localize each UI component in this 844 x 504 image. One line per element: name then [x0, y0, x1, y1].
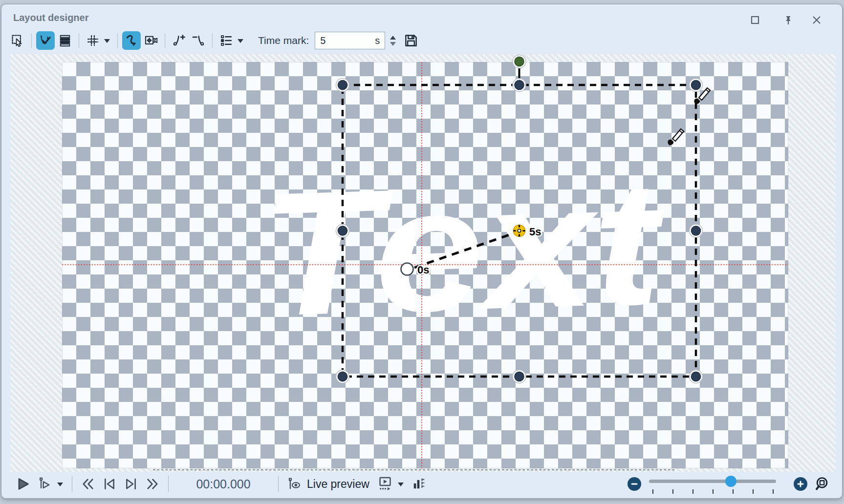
main-toolbar: Time mark: s — [8, 30, 420, 51]
stack-order-icon — [58, 34, 72, 47]
selection-handle-middle-left[interactable] — [336, 224, 349, 237]
keyframe-end-marker[interactable] — [514, 225, 525, 237]
selection-overlay: 0s 5s — [10, 54, 836, 472]
toolbar-separator — [117, 33, 118, 48]
motion-path[interactable] — [414, 232, 516, 268]
motion-curve-toggle-button[interactable] — [36, 31, 55, 50]
preview-options-dropdown-arrow[interactable] — [398, 483, 404, 489]
zoom-fit-icon — [815, 476, 831, 492]
close-button[interactable] — [810, 13, 823, 27]
camera-pan-icon — [144, 34, 158, 47]
keyframe-end-label: 5s — [529, 226, 541, 238]
zoom-in-icon — [797, 480, 804, 488]
layout-designer-window: Layout designer — [1, 4, 843, 499]
transport-bar: 00:00.000 Live preview — [10, 473, 836, 495]
selection-handle-top-middle[interactable] — [513, 79, 526, 92]
window-title: Layout designer — [13, 12, 88, 23]
time-mark-unit: s — [375, 35, 380, 46]
s-curve-path-button[interactable] — [122, 31, 141, 50]
stats-bars-icon — [411, 477, 426, 491]
select-tool-button[interactable] — [8, 31, 27, 50]
zoom-out-icon — [630, 480, 638, 488]
play-from-marker-button[interactable] — [35, 474, 54, 494]
pin-icon — [782, 14, 794, 26]
remove-curve-point-icon — [192, 34, 205, 47]
keyframe-start-marker[interactable] — [401, 263, 413, 275]
stack-order-button[interactable] — [56, 31, 74, 50]
time-mark-label: Time mark: — [258, 35, 309, 46]
zoom-slider-thumb[interactable] — [725, 476, 736, 487]
transport-separator — [278, 476, 279, 492]
paintbrush-cursor-icon — [668, 129, 684, 145]
toolbar-separator — [31, 33, 32, 48]
grid-button[interactable] — [84, 31, 102, 50]
design-area[interactable]: Text — [10, 54, 836, 472]
add-curve-point-button[interactable] — [170, 31, 188, 50]
fast-forward-button[interactable] — [143, 474, 162, 494]
selection-handle-bottom-right[interactable] — [690, 370, 703, 383]
transport-separator — [72, 476, 72, 492]
maximize-button[interactable] — [748, 13, 762, 27]
select-tool-icon — [11, 34, 24, 47]
list-dropdown-arrow[interactable] — [238, 39, 243, 46]
motion-curve-toggle-icon — [39, 34, 52, 47]
rewind-button[interactable] — [78, 474, 98, 494]
save-icon — [404, 33, 418, 48]
toolbar-separator — [212, 33, 213, 48]
selection-handle-bottom-left[interactable] — [336, 370, 349, 383]
add-curve-point-icon — [172, 34, 186, 47]
time-mark-field: s — [315, 32, 385, 49]
rotation-handle[interactable] — [513, 55, 526, 68]
zoom-slider-ticks — [648, 489, 775, 494]
close-icon — [811, 14, 822, 26]
stats-button[interactable] — [409, 474, 428, 494]
zoom-slider-track[interactable] — [649, 480, 776, 483]
preview-window-button[interactable] — [375, 474, 395, 494]
zoom-in-button[interactable] — [794, 477, 807, 491]
next-frame-button[interactable] — [121, 474, 141, 494]
remove-curve-point-button[interactable] — [189, 31, 208, 50]
selection-handle-bottom-middle[interactable] — [513, 370, 526, 383]
time-display: 00:00.000 — [174, 477, 272, 491]
spinner-down-arrow[interactable] — [390, 42, 396, 49]
save-button[interactable] — [402, 31, 420, 50]
maximize-icon — [749, 14, 761, 26]
list-options-button[interactable] — [217, 31, 236, 50]
previous-frame-button[interactable] — [100, 474, 119, 494]
s-curve-path-icon — [125, 34, 138, 47]
spinner-up-arrow[interactable] — [390, 33, 396, 40]
grid-dropdown-arrow[interactable] — [104, 39, 110, 46]
play-button[interactable] — [13, 474, 33, 494]
list-options-icon — [219, 34, 233, 47]
toolbar-separator — [79, 33, 79, 48]
fast-forward-icon — [144, 477, 161, 491]
pin-eye-icon — [286, 477, 302, 491]
zoom-fit-button[interactable] — [813, 474, 833, 494]
play-icon — [16, 477, 30, 491]
play-from-marker-icon — [37, 477, 52, 491]
selection-handle-middle-right[interactable] — [690, 224, 703, 237]
live-preview-toggle[interactable] — [284, 474, 304, 494]
play-options-dropdown-arrow[interactable] — [57, 483, 63, 489]
transport-separator — [168, 476, 169, 492]
time-mark-spinner — [390, 33, 396, 49]
preview-window-icon — [377, 476, 393, 492]
keyframe-start-label: 0s — [417, 264, 429, 276]
zoom-slider — [648, 474, 787, 494]
selection-handle-top-right[interactable] — [690, 79, 703, 92]
camera-pan-button[interactable] — [142, 31, 160, 50]
selection-handle-top-left[interactable] — [336, 79, 349, 92]
previous-frame-icon — [101, 477, 118, 491]
pin-button[interactable] — [781, 13, 795, 27]
live-preview-label: Live preview — [307, 478, 369, 491]
zoom-out-button[interactable] — [628, 477, 641, 491]
next-frame-icon — [123, 477, 139, 491]
rewind-icon — [80, 477, 96, 491]
grid-icon — [86, 34, 100, 47]
time-mark-input[interactable] — [320, 35, 375, 46]
toolbar-separator — [165, 33, 165, 48]
